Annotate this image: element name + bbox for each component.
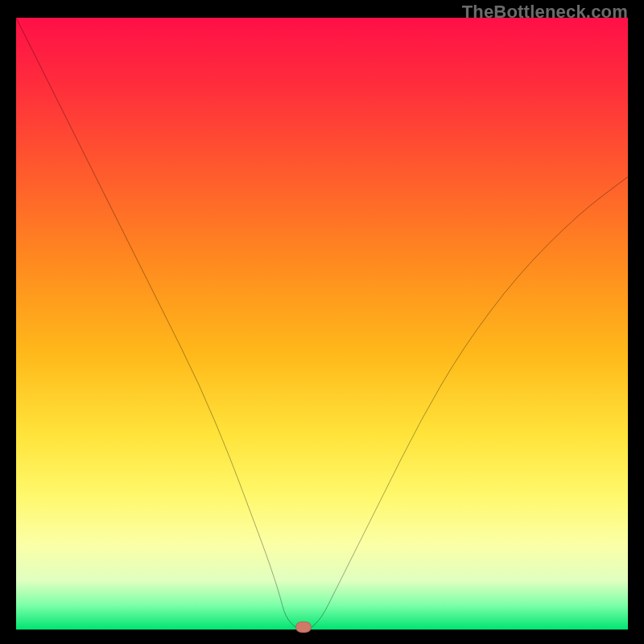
- plot-area: [16, 18, 628, 630]
- bottleneck-curve: [16, 18, 628, 630]
- optimal-point-marker: [295, 621, 312, 633]
- chart-frame: TheBottleneck.com: [0, 0, 644, 644]
